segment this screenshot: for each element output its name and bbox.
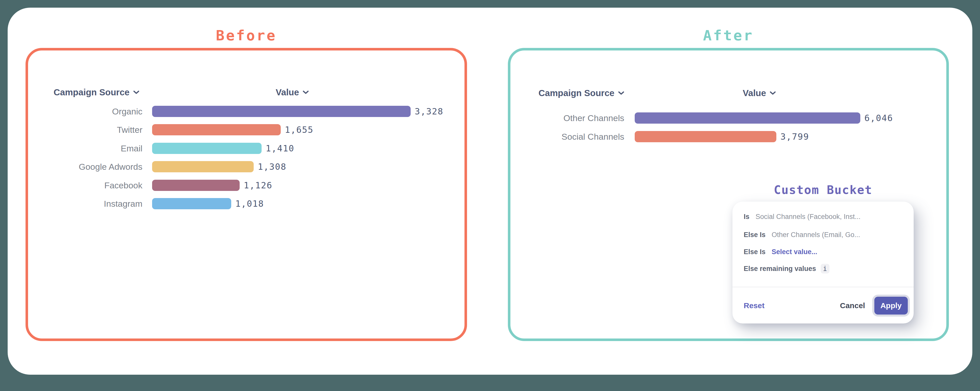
after-column-header-value[interactable]: Value [730,87,789,99]
chevron-down-icon [303,90,309,94]
bar-value-label: 1,308 [258,161,286,172]
select-value-link[interactable]: Select value... [772,248,818,256]
bar[interactable] [152,143,262,154]
table-row: Other Channels6,046 [538,112,893,124]
bar[interactable] [152,161,254,172]
bar[interactable] [152,180,240,191]
bar[interactable] [635,131,776,142]
bar-value-label: 1,655 [285,125,313,135]
custom-bucket-popup: IsSocial Channels (Facebook, Inst...Else… [732,202,914,323]
table-row: Instagram1,018 [51,198,264,209]
table-row: Google Adwords1,308 [51,161,286,173]
bar[interactable] [152,124,281,135]
bar[interactable] [152,106,410,117]
popup-divider [732,287,914,287]
row-label: Instagram [51,199,142,209]
row-label: Twitter [51,125,142,135]
before-column-header-value[interactable]: Value [263,86,321,98]
bar-value-label: 1,410 [266,143,294,154]
bar-value-label: 1,018 [235,199,264,209]
custom-bucket-title: Custom Bucket [732,183,914,197]
apply-button[interactable]: Apply [874,297,908,315]
after-column-header-campaign-source[interactable]: Campaign Source [538,87,624,99]
info-icon[interactable]: i [821,264,829,274]
bar[interactable] [635,112,860,123]
after-column-header-value-label: Value [743,87,766,99]
bar-value-label: 3,328 [415,106,443,117]
bar[interactable] [152,198,231,209]
row-label: Other Channels [538,113,624,123]
row-label: Facebook [51,180,142,190]
after-column-header-campaign-source-label: Campaign Source [538,87,614,99]
before-column-header-campaign-source-label: Campaign Source [54,86,130,98]
cancel-button[interactable]: Cancel [840,301,865,310]
bucket-condition-row: Else IsOther Channels (Email, Go... [744,229,904,241]
condition-value[interactable]: Other Channels (Email, Go... [772,231,860,239]
table-row: Social Channels3,799 [538,131,809,142]
table-row: Email1,410 [51,142,294,154]
row-label: Email [51,144,142,154]
row-label: Social Channels [538,132,624,142]
row-label: Organic [51,106,142,117]
condition-value[interactable]: Social Channels (Facebook, Inst... [756,213,861,221]
bucket-condition-row: IsSocial Channels (Facebook, Inst... [744,211,904,222]
before-title: Before [25,27,467,44]
row-label: Google Adwords [51,162,142,172]
bar-value-label: 1,126 [244,180,272,190]
before-column-header-campaign-source[interactable]: Campaign Source [54,86,139,98]
table-row: Facebook1,126 [51,179,272,191]
condition-keyword: Else Is [744,248,765,256]
chevron-down-icon [133,90,139,94]
chevron-down-icon [618,91,624,95]
comparison-screenshot: Before After Campaign Source Value Campa… [0,0,980,391]
chevron-down-icon [770,91,776,95]
bucket-condition-row: Else remaining valuesi [744,263,904,274]
reset-button[interactable]: Reset [744,301,765,310]
table-row: Organic3,328 [51,106,443,117]
table-row: Twitter1,655 [51,124,313,136]
bar-value-label: 3,799 [780,131,809,142]
before-column-header-value-label: Value [275,86,299,98]
bar-value-label: 6,046 [864,113,893,123]
condition-keyword: Else remaining values [744,265,816,273]
after-title: After [508,27,949,44]
popup-footer: Reset Cancel Apply [744,293,908,318]
bucket-condition-row: Else IsSelect value... [744,246,904,258]
condition-keyword: Else Is [744,231,765,239]
condition-keyword: Is [744,213,749,221]
